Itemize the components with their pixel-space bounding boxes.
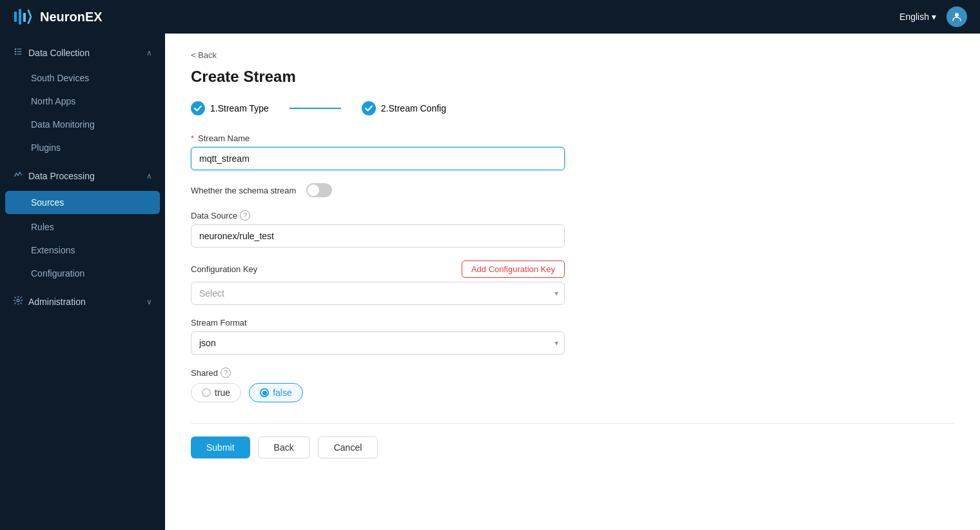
sidebar-item-rules[interactable]: Rules (0, 215, 165, 239)
sidebar-section-administration-header[interactable]: Administration ∨ (0, 288, 165, 315)
config-key-select[interactable]: Select (191, 282, 565, 305)
administration-label: Administration (28, 297, 146, 307)
sidebar-item-sources[interactable]: Sources (5, 191, 160, 214)
stream-name-label-text: Stream Name (198, 133, 250, 143)
submit-button[interactable]: Submit (191, 437, 250, 458)
step-2-label: 2.Stream Config (381, 103, 446, 113)
stream-format-label: Stream Format (191, 318, 565, 328)
stream-name-group: * Stream Name (191, 133, 565, 170)
schema-stream-label: Whether the schema stream (191, 186, 296, 195)
header: NeuronEX English ▾ (0, 0, 980, 34)
chevron-down-icon: ▾ (932, 12, 936, 22)
config-key-select-wrapper: Select ▾ (191, 282, 565, 305)
shared-false-label: false (273, 388, 292, 398)
user-icon (951, 11, 963, 23)
shared-options-row: true false (191, 383, 565, 402)
svg-point-4 (15, 48, 17, 50)
back-link[interactable]: < Back (191, 50, 217, 60)
shared-false-option[interactable]: false (249, 383, 303, 402)
stream-format-select[interactable]: json binary protobuf delimited custom (191, 331, 565, 355)
data-source-label-text: Data Source (191, 211, 237, 221)
sidebar-item-plugins[interactable]: Plugins (0, 136, 165, 159)
svg-rect-2 (23, 13, 26, 22)
config-key-label: Configuration Key (191, 264, 257, 274)
step-1-label: 1.Stream Type (210, 103, 269, 113)
sidebar-section-administration: Administration ∨ (0, 288, 165, 315)
sidebar-section-data-processing: Data Processing ∧ Sources Rules Extensio… (0, 162, 165, 285)
step-1: 1.Stream Type (191, 101, 269, 115)
app-name: NeuronEX (40, 10, 103, 25)
sidebar-section-data-processing-header[interactable]: Data Processing ∧ (0, 162, 165, 190)
toggle-knob (308, 184, 319, 196)
svg-point-10 (17, 299, 19, 302)
form-footer: Submit Back Cancel (191, 423, 954, 458)
svg-rect-0 (14, 12, 17, 22)
add-config-key-button[interactable]: Add Configuration Key (462, 260, 565, 278)
stream-format-label-text: Stream Format (191, 318, 247, 328)
stream-name-required: * (191, 133, 194, 143)
form-section: * Stream Name Whether the schema stream … (191, 133, 565, 402)
cancel-button[interactable]: Cancel (318, 437, 378, 458)
config-key-group: Configuration Key Add Configuration Key … (191, 260, 565, 305)
sidebar-item-data-monitoring[interactable]: Data Monitoring (0, 113, 165, 136)
data-source-input[interactable] (191, 224, 565, 248)
language-selector[interactable]: English ▾ (899, 12, 936, 22)
sidebar-item-north-apps[interactable]: North Apps (0, 90, 165, 113)
stream-format-select-wrapper: json binary protobuf delimited custom ▾ (191, 331, 565, 355)
schema-stream-toggle[interactable] (306, 183, 332, 197)
data-processing-label: Data Processing (28, 171, 146, 181)
svg-rect-1 (19, 9, 21, 25)
svg-point-3 (955, 13, 959, 17)
data-collection-icon (13, 46, 23, 59)
page-title: Create Stream (191, 68, 954, 86)
header-right: English ▾ (899, 6, 967, 27)
sidebar-item-configuration[interactable]: Configuration (0, 262, 165, 285)
data-processing-icon (13, 170, 23, 182)
back-button[interactable]: Back (258, 437, 310, 458)
shared-info-icon[interactable]: ? (220, 368, 231, 378)
user-avatar[interactable] (946, 6, 967, 27)
data-processing-chevron: ∧ (146, 172, 152, 181)
data-collection-label: Data Collection (28, 48, 146, 58)
shared-label: Shared ? (191, 368, 565, 378)
sidebar: Data Collection ∧ South Devices North Ap… (0, 34, 165, 530)
app-logo: NeuronEX (13, 6, 103, 27)
data-source-label: Data Source ? (191, 210, 565, 221)
config-key-row: Configuration Key Add Configuration Key (191, 260, 565, 278)
administration-icon (13, 295, 23, 308)
stream-name-label: * Stream Name (191, 133, 565, 143)
administration-chevron: ∨ (146, 297, 152, 306)
shared-label-text: Shared (191, 368, 218, 378)
data-source-info-icon[interactable]: ? (240, 210, 250, 221)
logo-icon (13, 6, 34, 27)
schema-stream-row: Whether the schema stream (191, 183, 565, 197)
shared-false-radio-dot (260, 388, 269, 397)
shared-true-label: true (215, 388, 230, 398)
svg-point-5 (15, 51, 17, 53)
svg-point-6 (15, 54, 17, 55)
step-2: 2.Stream Config (362, 101, 446, 115)
data-collection-chevron: ∧ (146, 48, 152, 57)
stream-format-group: Stream Format json binary protobuf delim… (191, 318, 565, 355)
shared-true-option[interactable]: true (191, 383, 241, 402)
stream-name-input[interactable] (191, 147, 565, 170)
data-source-group: Data Source ? (191, 210, 565, 248)
sidebar-section-data-collection: Data Collection ∧ South Devices North Ap… (0, 39, 165, 159)
main-layout: Data Collection ∧ South Devices North Ap… (0, 34, 980, 530)
sidebar-item-extensions[interactable]: Extensions (0, 239, 165, 262)
step-line (289, 108, 341, 109)
sidebar-section-data-collection-header[interactable]: Data Collection ∧ (0, 39, 165, 66)
stepper: 1.Stream Type 2.Stream Config (191, 101, 954, 115)
language-label: English (899, 12, 929, 22)
step-2-circle (362, 101, 376, 115)
sidebar-item-south-devices[interactable]: South Devices (0, 66, 165, 90)
step-1-circle (191, 101, 205, 115)
shared-group: Shared ? true false (191, 368, 565, 402)
main-content: < Back Create Stream 1.Stream Type (165, 34, 980, 530)
shared-true-radio-dot (202, 388, 211, 397)
